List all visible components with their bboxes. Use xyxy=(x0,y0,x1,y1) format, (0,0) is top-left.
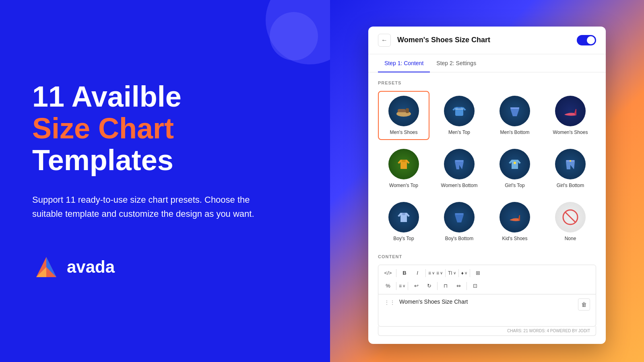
svg-marker-13 xyxy=(510,109,519,116)
preset-mens-bottom[interactable]: Men's Bottom xyxy=(489,91,541,140)
tab-settings[interactable]: Step 2: Settings xyxy=(430,54,483,72)
toolbar-redo-btn[interactable]: ↻ xyxy=(423,280,435,292)
toolbar-save-btn[interactable]: ⊡ xyxy=(469,280,481,292)
preset-label-kids-shoes: Kid's Shoes xyxy=(502,236,528,241)
svg-marker-8 xyxy=(452,107,455,111)
toolbar-sep-9 xyxy=(466,282,467,290)
editor-footer: CHARS: 21 WORDS: 4 POWERED BY JODIT xyxy=(378,326,596,336)
app-window: ← Women's Shoes Size Chart Step 1: Conte… xyxy=(368,27,606,344)
app-content: PRESETS Men's Shoes Men's Top xyxy=(368,72,606,344)
svg-rect-26 xyxy=(455,213,464,215)
preset-label-girls-bottom: Girl's Bottom xyxy=(557,183,584,188)
toolbar-sep-2 xyxy=(425,269,426,277)
toolbar-fullscreen-btn[interactable]: ⇔ xyxy=(453,280,464,292)
toolbar-list-ol[interactable]: ≡ ∨ xyxy=(436,270,443,276)
preset-mens-top[interactable]: Men's Top xyxy=(433,91,485,140)
svg-rect-6 xyxy=(406,108,409,113)
right-panel: ← Women's Shoes Size Chart Step 1: Conte… xyxy=(330,0,644,362)
toolbar-list-ul[interactable]: ≡ ∨ xyxy=(428,270,435,276)
preset-icon-boys-top xyxy=(388,202,419,232)
avada-logo-icon xyxy=(32,253,60,281)
editor-body[interactable]: ⋮⋮ Women's Shoes Size Chart 🗑 xyxy=(378,294,596,327)
preset-label-girls-top: Girl's Top xyxy=(505,183,524,188)
presets-label: PRESETS xyxy=(378,80,596,85)
back-button[interactable]: ← xyxy=(378,34,391,47)
svg-rect-14 xyxy=(510,107,519,109)
preset-womens-top[interactable]: Women's Top xyxy=(378,144,429,193)
svg-line-29 xyxy=(565,212,576,222)
subtitle: Support 11 ready-to-use size chart prese… xyxy=(32,193,266,221)
preset-icon-kids-shoes xyxy=(500,202,530,232)
tabs-bar: Step 1: Content Step 2: Settings xyxy=(368,54,606,72)
content-label: CONTENT xyxy=(378,254,596,259)
toolbar-sep-8 xyxy=(437,282,438,290)
preset-none[interactable]: None xyxy=(545,197,596,246)
toolbar-align[interactable]: ≡ ∨ xyxy=(399,283,405,289)
preset-boys-bottom[interactable]: Boy's Bottom xyxy=(433,197,485,246)
delete-button[interactable]: 🗑 xyxy=(578,298,590,311)
svg-marker-19 xyxy=(509,160,521,169)
toolbar-sep-7 xyxy=(408,282,408,290)
preset-label-mens-shoes: Men's Shoes xyxy=(390,130,418,135)
toolbar-italic-btn[interactable]: I xyxy=(412,267,423,279)
presets-grid: Men's Shoes Men's Top Men's Bottom xyxy=(378,91,596,246)
toolbar-sep-6 xyxy=(396,282,396,290)
svg-marker-9 xyxy=(463,107,466,111)
preset-womens-shoes[interactable]: Women's Shoes xyxy=(545,91,596,140)
preset-womens-bottom[interactable]: Women's Bottom xyxy=(433,144,485,193)
svg-point-20 xyxy=(514,162,516,164)
preset-boys-top[interactable]: Boy's Top xyxy=(378,197,429,246)
preset-mens-shoes[interactable]: Men's Shoes xyxy=(378,91,429,140)
toggle-switch[interactable] xyxy=(577,35,596,45)
preset-icon-womens-shoes xyxy=(555,96,586,126)
tab-content[interactable]: Step 1: Content xyxy=(378,54,430,72)
svg-marker-22 xyxy=(566,162,575,169)
preset-girls-top[interactable]: Girl's Top xyxy=(489,144,541,193)
preset-label-womens-shoes: Women's Shoes xyxy=(553,130,588,135)
preset-label-womens-top: Women's Top xyxy=(389,183,418,188)
toolbar-bold-btn[interactable]: B xyxy=(399,267,410,279)
preset-icon-mens-bottom xyxy=(500,96,530,126)
preset-icon-mens-top xyxy=(444,96,475,126)
preset-label-boys-top: Boy's Top xyxy=(393,236,414,241)
preset-kids-shoes[interactable]: Kid's Shoes xyxy=(489,197,541,246)
preset-icon-mens-shoes xyxy=(388,96,419,126)
toolbar-sep-1 xyxy=(396,269,396,277)
avada-logo: avada xyxy=(32,253,298,281)
toolbar-sep-3 xyxy=(445,269,446,277)
toolbar-color[interactable]: ♦ ∨ xyxy=(461,270,467,276)
preset-icon-womens-bottom xyxy=(444,149,475,179)
app-header: ← Women's Shoes Size Chart xyxy=(368,27,606,54)
svg-rect-16 xyxy=(402,160,406,162)
drag-handle[interactable]: ⋮⋮ xyxy=(384,299,395,306)
svg-rect-17 xyxy=(455,160,464,162)
avada-logo-text: avada xyxy=(67,257,115,277)
preset-label-womens-bottom: Women's Bottom xyxy=(441,183,478,188)
preset-icon-womens-top xyxy=(388,149,419,179)
toolbar-source-btn[interactable]: % xyxy=(382,280,394,292)
preset-label-mens-bottom: Men's Bottom xyxy=(500,130,530,135)
svg-rect-25 xyxy=(402,213,405,215)
toolbar-sep-5 xyxy=(470,269,470,277)
preset-icon-none xyxy=(555,202,586,232)
toolbar-outdent-btn[interactable]: ⊓ xyxy=(440,280,451,292)
preset-girls-bottom[interactable]: Girl's Bottom xyxy=(545,144,596,193)
svg-point-23 xyxy=(570,160,571,162)
preset-icon-boys-bottom xyxy=(444,202,475,232)
editor-content-text[interactable]: Women's Shoes Size Chart xyxy=(399,298,574,305)
headline-line3: Templates xyxy=(32,144,298,176)
toolbar-code-btn[interactable]: </> xyxy=(382,267,394,279)
headline-line1: 11 Availble xyxy=(32,81,298,113)
content-section: CONTENT </> B I ≡ ∨ ≡ ∨ TI ∨ ♦ ∨ xyxy=(378,254,596,336)
headline-line2: Size Chart xyxy=(32,113,298,144)
svg-marker-27 xyxy=(455,215,464,222)
toolbar-undo-btn[interactable]: ↩ xyxy=(411,280,422,292)
toolbar-row-2: % ≡ ∨ ↩ ↻ ⊓ ⇔ ⊡ xyxy=(382,280,592,292)
toolbar-table-btn[interactable]: ⊞ xyxy=(473,267,484,279)
editor-toolbar: </> B I ≡ ∨ ≡ ∨ TI ∨ ♦ ∨ ⊞ xyxy=(378,265,596,294)
toolbar-text-size[interactable]: TI ∨ xyxy=(448,270,456,276)
left-panel: 11 Availble Size Chart Templates Support… xyxy=(0,0,330,362)
preset-label-none: None xyxy=(565,236,576,241)
preset-icon-girls-top xyxy=(500,149,530,179)
preset-label-mens-top: Men's Top xyxy=(448,130,470,135)
